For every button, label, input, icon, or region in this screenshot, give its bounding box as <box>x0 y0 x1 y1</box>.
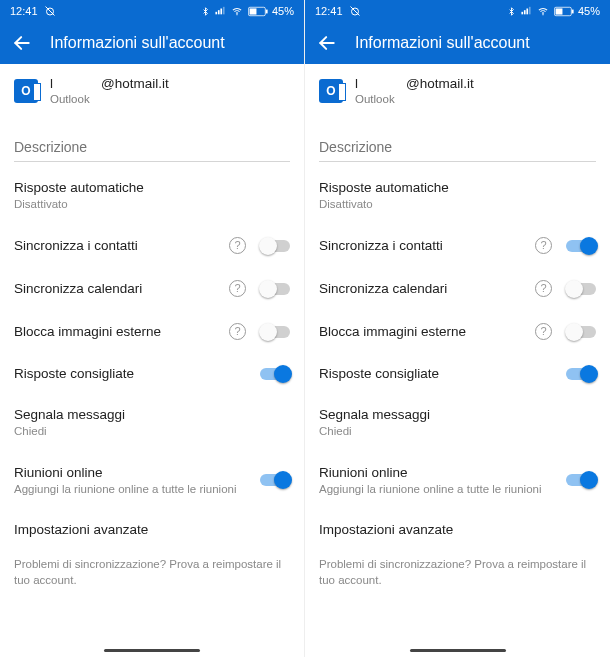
row-report-messages[interactable]: Segnala messaggi Chiedi <box>0 393 304 450</box>
svg-point-17 <box>542 14 543 15</box>
account-email: l @hotmail.it <box>355 76 474 91</box>
svg-rect-5 <box>223 7 225 14</box>
signal-icon <box>214 6 226 16</box>
svg-rect-2 <box>215 12 217 14</box>
row-sync-contacts: Sincronizza i contatti ? <box>305 223 610 266</box>
status-bar: 12:41 45% <box>0 0 304 22</box>
status-time: 12:41 <box>315 5 343 17</box>
row-auto-replies[interactable]: Risposte automatiche Disattivato <box>0 166 304 223</box>
suggested-replies-toggle[interactable] <box>566 368 596 380</box>
page-title: Informazioni sull'account <box>355 34 530 52</box>
svg-rect-15 <box>526 9 528 15</box>
svg-point-6 <box>236 14 237 15</box>
sync-troubleshoot-text: Problemi di sincronizzazione? Prova a re… <box>0 549 304 588</box>
row-auto-replies[interactable]: Risposte automatiche Disattivato <box>305 166 610 223</box>
account-provider: Outlook <box>355 93 474 105</box>
help-icon[interactable]: ? <box>229 237 246 254</box>
sync-troubleshoot-text: Problemi di sincronizzazione? Prova a re… <box>305 549 610 588</box>
row-report-messages[interactable]: Segnala messaggi Chiedi <box>305 393 610 450</box>
account-provider: Outlook <box>50 93 169 105</box>
page-title: Informazioni sull'account <box>50 34 225 52</box>
battery-icon <box>554 6 574 17</box>
row-suggested-replies: Risposte consigliate <box>0 352 304 393</box>
status-time: 12:41 <box>10 5 38 17</box>
block-images-toggle[interactable] <box>566 326 596 338</box>
row-block-images: Blocca immagini esterne ? <box>305 309 610 352</box>
alarm-off-icon <box>44 5 56 17</box>
svg-rect-9 <box>266 9 268 13</box>
sync-contacts-toggle[interactable] <box>566 240 596 252</box>
sync-calendar-toggle[interactable] <box>566 283 596 295</box>
bluetooth-icon <box>201 6 210 17</box>
redacted-block <box>53 78 101 90</box>
battery-percentage: 45% <box>272 5 294 17</box>
sync-calendar-toggle[interactable] <box>260 283 290 295</box>
svg-rect-20 <box>572 9 574 13</box>
account-row[interactable]: O l @hotmail.it Outlook <box>305 64 610 115</box>
online-meetings-toggle[interactable] <box>566 474 596 486</box>
battery-percentage: 45% <box>578 5 600 17</box>
outlook-icon: O <box>319 79 343 103</box>
svg-rect-8 <box>250 8 257 14</box>
redacted-block <box>358 78 406 90</box>
description-input[interactable] <box>319 135 596 162</box>
wifi-icon <box>536 6 550 17</box>
suggested-replies-toggle[interactable] <box>260 368 290 380</box>
svg-rect-14 <box>524 10 526 14</box>
svg-rect-16 <box>529 7 531 14</box>
status-bar: 12:41 45% <box>305 0 610 22</box>
app-bar: Informazioni sull'account <box>305 22 610 64</box>
bluetooth-icon <box>507 6 516 17</box>
wifi-icon <box>230 6 244 17</box>
row-block-images: Blocca immagini esterne ? <box>0 309 304 352</box>
row-advanced-settings[interactable]: Impostazioni avanzate <box>305 508 610 549</box>
svg-rect-13 <box>521 12 523 14</box>
account-email: l @hotmail.it <box>50 76 169 91</box>
row-online-meetings: Riunioni online Aggiungi la riunione onl… <box>0 451 304 508</box>
row-sync-contacts: Sincronizza i contatti ? <box>0 223 304 266</box>
phone-screen: 12:41 45% Informazioni sull'account O l <box>0 0 305 657</box>
svg-rect-4 <box>220 9 222 15</box>
account-row[interactable]: O l @hotmail.it Outlook <box>0 64 304 115</box>
help-icon[interactable]: ? <box>535 237 552 254</box>
help-icon[interactable]: ? <box>229 280 246 297</box>
phone-screen: 12:41 45% Informazioni sull'account O l <box>305 0 610 657</box>
help-icon[interactable]: ? <box>535 323 552 340</box>
row-online-meetings: Riunioni online Aggiungi la riunione onl… <box>305 451 610 508</box>
sync-contacts-toggle[interactable] <box>260 240 290 252</box>
row-sync-calendar: Sincronizza calendari ? <box>0 266 304 309</box>
row-suggested-replies: Risposte consigliate <box>305 352 610 393</box>
help-icon[interactable]: ? <box>535 280 552 297</box>
battery-icon <box>248 6 268 17</box>
app-bar: Informazioni sull'account <box>0 22 304 64</box>
row-sync-calendar: Sincronizza calendari ? <box>305 266 610 309</box>
alarm-off-icon <box>349 5 361 17</box>
outlook-icon: O <box>14 79 38 103</box>
svg-rect-3 <box>218 10 220 14</box>
online-meetings-toggle[interactable] <box>260 474 290 486</box>
svg-rect-19 <box>556 8 563 14</box>
description-input[interactable] <box>14 135 290 162</box>
signal-icon <box>520 6 532 16</box>
help-icon[interactable]: ? <box>229 323 246 340</box>
home-indicator[interactable] <box>410 649 506 652</box>
row-advanced-settings[interactable]: Impostazioni avanzate <box>0 508 304 549</box>
home-indicator[interactable] <box>104 649 200 652</box>
block-images-toggle[interactable] <box>260 326 290 338</box>
back-icon[interactable] <box>12 33 32 53</box>
back-icon[interactable] <box>317 33 337 53</box>
